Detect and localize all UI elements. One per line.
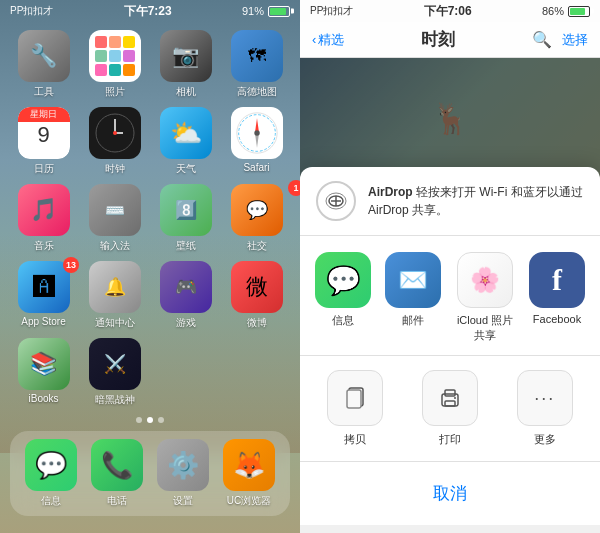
- app-icon-wallpaper: 8️⃣: [160, 184, 212, 236]
- app-calendar[interactable]: 星期日 9 日历: [12, 107, 75, 176]
- app-label-photos: 照片: [105, 85, 125, 99]
- share-app-mail[interactable]: ✉️ 邮件: [385, 252, 441, 343]
- share-app-facebook[interactable]: f Facebook: [529, 252, 585, 343]
- app-label-notif: 通知中心: [95, 316, 135, 330]
- dock-label-phone: 电话: [107, 494, 127, 508]
- page-dots: [0, 415, 300, 425]
- nav-back[interactable]: ‹ 精选: [312, 31, 344, 49]
- app-icon-photos: [89, 30, 141, 82]
- app-label-calendar: 日历: [34, 162, 54, 176]
- share-label-icloud: iCloud 照片共享: [455, 313, 515, 343]
- app-icon-ibooks: 📚: [18, 338, 70, 390]
- airdrop-title: AirDrop: [368, 185, 413, 199]
- action-row: 拷贝 打印 ···: [300, 356, 600, 462]
- app-music[interactable]: 🎵 音乐: [12, 184, 75, 253]
- app-label-music: 音乐: [34, 239, 54, 253]
- app-notif[interactable]: 🔔 通知中心: [83, 261, 146, 330]
- cancel-button[interactable]: 取消: [308, 470, 592, 517]
- svg-point-4: [113, 131, 117, 135]
- select-btn[interactable]: 选择: [562, 31, 588, 49]
- nav-actions: 🔍 选择: [532, 30, 588, 49]
- action-more[interactable]: ··· 更多: [517, 370, 573, 447]
- dock-settings[interactable]: ⚙️ 设置: [157, 439, 209, 508]
- dock: 💬 信息 📞 电话 ⚙️ 设置 🦊 UC浏览器: [10, 431, 290, 516]
- dock-icon-settings: ⚙️: [157, 439, 209, 491]
- app-photos[interactable]: 照片: [83, 30, 146, 99]
- battery-right: [568, 6, 590, 17]
- app-wallpaper[interactable]: 8️⃣ 壁纸: [154, 184, 217, 253]
- action-print[interactable]: 打印: [422, 370, 478, 447]
- app-weather[interactable]: ⛅ 天气: [154, 107, 217, 176]
- app-icon-weibo: 微: [231, 261, 283, 313]
- app-icon-input: ⌨️: [89, 184, 141, 236]
- app-grid-row2: 星期日 9 日历 时钟 ⛅ 天气: [0, 107, 300, 184]
- time-right: 下午7:06: [424, 3, 472, 20]
- app-icon-social: 💬: [231, 184, 283, 236]
- app-social[interactable]: 💬 1 社交: [225, 184, 288, 253]
- dot-2: [147, 417, 153, 423]
- app-appstore[interactable]: 🅰 13 App Store: [12, 261, 75, 330]
- app-label-ibooks: iBooks: [28, 393, 58, 404]
- share-icon-icloud: 🌸: [457, 252, 513, 308]
- app-gaode[interactable]: 🗺 高德地图: [225, 30, 288, 99]
- app-weibo[interactable]: 微 微博: [225, 261, 288, 330]
- app-icon-notif: 🔔: [89, 261, 141, 313]
- svg-rect-15: [347, 390, 361, 408]
- app-label-weather: 天气: [176, 162, 196, 176]
- dock-messages[interactable]: 💬 信息: [25, 439, 77, 508]
- app-games[interactable]: 🎮 游戏: [154, 261, 217, 330]
- app-label-input: 输入法: [100, 239, 130, 253]
- app-icon-games: 🎮: [160, 261, 212, 313]
- app-label-camera: 相机: [176, 85, 196, 99]
- app-safari[interactable]: Safari: [225, 107, 288, 176]
- app-label-weibo: 微博: [247, 316, 267, 330]
- share-app-messages[interactable]: 💬 信息: [315, 252, 371, 343]
- app-grid-row1: 🔧 工具 照片 📷 相机 🗺 高德地图: [0, 22, 300, 107]
- svg-rect-18: [445, 401, 455, 406]
- dock-uc[interactable]: 🦊 UC浏览器: [223, 439, 275, 508]
- app-icon-calendar: 星期日 9: [18, 107, 70, 159]
- back-chevron-icon: ‹: [312, 32, 316, 47]
- nav-title: 时刻: [421, 28, 455, 51]
- app-empty1: [154, 338, 217, 407]
- app-icon-clock: [89, 107, 141, 159]
- share-label-mail: 邮件: [402, 313, 424, 328]
- dock-label-settings: 设置: [173, 494, 193, 508]
- app-label-clock: 时钟: [105, 162, 125, 176]
- dot-3: [158, 417, 164, 423]
- app-label-safari: Safari: [243, 162, 269, 173]
- dot-1: [136, 417, 142, 423]
- share-app-icloud[interactable]: 🌸 iCloud 照片共享: [455, 252, 515, 343]
- app-input[interactable]: ⌨️ 输入法: [83, 184, 146, 253]
- status-bar-left: PP扣扣才 下午7:23 91%: [0, 0, 300, 22]
- share-icon-mail: ✉️: [385, 252, 441, 308]
- app-dark[interactable]: ⚔️ 暗黑战神: [83, 338, 146, 407]
- dock-icon-messages: 💬: [25, 439, 77, 491]
- status-bar-right: PP扣扣才 下午7:06 86%: [300, 0, 600, 22]
- search-icon[interactable]: 🔍: [532, 30, 552, 49]
- svg-rect-17: [445, 390, 455, 396]
- app-label-appstore: App Store: [21, 316, 65, 327]
- app-label-games: 游戏: [176, 316, 196, 330]
- airdrop-row: AirDrop 轻按来打开 Wi-Fi 和蓝牙以通过 AirDrop 共享。: [300, 167, 600, 236]
- action-copy[interactable]: 拷贝: [327, 370, 383, 447]
- app-empty2: [225, 338, 288, 407]
- share-icon-facebook: f: [529, 252, 585, 308]
- app-camera[interactable]: 📷 相机: [154, 30, 217, 99]
- app-clock[interactable]: 时钟: [83, 107, 146, 176]
- app-icon-safari: [231, 107, 283, 159]
- app-tools[interactable]: 🔧 工具: [12, 30, 75, 99]
- dock-phone[interactable]: 📞 电话: [91, 439, 143, 508]
- app-grid-row5: 📚 iBooks ⚔️ 暗黑战神: [0, 338, 300, 415]
- app-ibooks[interactable]: 📚 iBooks: [12, 338, 75, 407]
- app-icon-gaode: 🗺: [231, 30, 283, 82]
- share-label-facebook: Facebook: [533, 313, 581, 325]
- carrier-left: PP扣扣才: [10, 4, 53, 18]
- app-icon-camera: 📷: [160, 30, 212, 82]
- dock-label-messages: 信息: [41, 494, 61, 508]
- share-sheet: AirDrop 轻按来打开 Wi-Fi 和蓝牙以通过 AirDrop 共享。 💬…: [300, 167, 600, 525]
- left-panel: PP扣扣才 下午7:23 91% 🔧 工具: [0, 0, 300, 533]
- back-label: 精选: [318, 31, 344, 49]
- signal-left: 91%: [242, 5, 264, 17]
- dock-icon-phone: 📞: [91, 439, 143, 491]
